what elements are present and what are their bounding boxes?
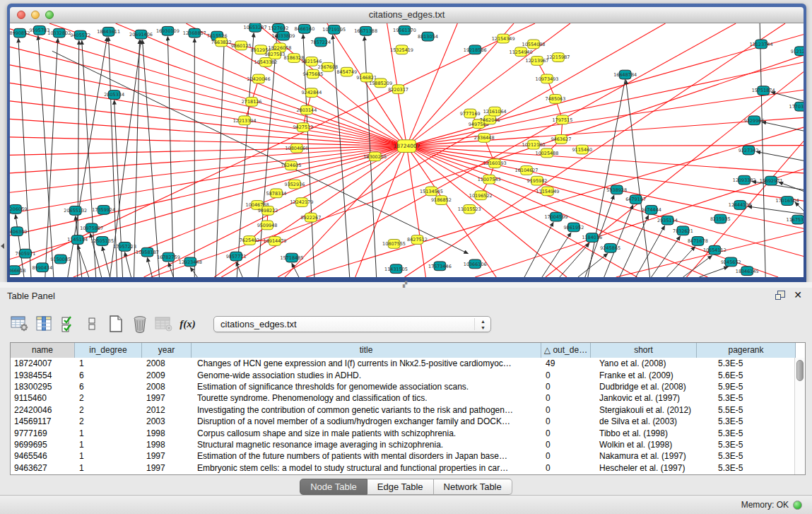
- table-cell[interactable]: Changes of HCN gene expression and I(f) …: [192, 358, 541, 368]
- table-row[interactable]: 911546021997Tourette syndrome. Phenomeno…: [11, 392, 794, 404]
- table-cell[interactable]: 0: [541, 370, 591, 380]
- network-node[interactable]: 11007543: [478, 175, 501, 184]
- network-node[interactable]: 7857224: [310, 37, 331, 47]
- table-cell[interactable]: 6: [75, 382, 142, 392]
- network-node[interactable]: 1145194: [67, 235, 88, 245]
- table-cell[interactable]: 2: [75, 416, 142, 426]
- column-header-pagerank[interactable]: pagerank: [697, 343, 796, 358]
- table-cell[interactable]: 2009: [142, 370, 192, 380]
- table-cell[interactable]: 1997: [142, 393, 192, 403]
- table-cell[interactable]: 1: [75, 440, 142, 450]
- table-cell[interactable]: de Silva et al. (2003): [591, 416, 697, 426]
- table-cell[interactable]: 5.3E-5: [697, 416, 794, 426]
- table-cell[interactable]: Estimation of significance thresholds fo…: [192, 382, 541, 392]
- column-header-out_de[interactable]: △ out_de…: [541, 343, 591, 358]
- network-node[interactable]: 15325419: [390, 45, 413, 54]
- network-node[interactable]: 9860125: [231, 41, 252, 50]
- network-node[interactable]: 16782759: [157, 252, 180, 262]
- table-cell[interactable]: 19384554: [11, 370, 75, 380]
- tab-node-table[interactable]: Node Table: [300, 479, 367, 495]
- column-header-name[interactable]: name: [11, 343, 75, 358]
- table-cell[interactable]: 2: [75, 393, 142, 403]
- network-node[interactable]: 11431505: [384, 264, 408, 274]
- table-cell[interactable]: 1: [75, 358, 142, 368]
- table-cell[interactable]: 5.5E-5: [697, 405, 794, 415]
- network-node[interactable]: 7624605: [281, 161, 302, 170]
- network-node[interactable]: 19561370: [393, 25, 416, 35]
- delete-table-icon[interactable]: [130, 315, 149, 334]
- table-cell[interactable]: 49: [541, 358, 591, 368]
- network-canvas[interactable]: 8990852959578310332802940557218843611206…: [10, 23, 804, 277]
- network-node[interactable]: 12160193: [483, 159, 507, 168]
- table-cell[interactable]: Genome-wide association studies in ADHD.: [192, 370, 541, 380]
- table-settings-icon[interactable]: [10, 315, 29, 334]
- network-node[interactable]: 12368857: [183, 28, 206, 37]
- table-cell[interactable]: 9777169: [11, 428, 75, 438]
- table-cell[interactable]: 2008: [142, 382, 192, 392]
- network-node[interactable]: 9242844: [301, 88, 322, 98]
- table-cell[interactable]: Hescheler et al. (1997): [591, 463, 697, 473]
- table-row[interactable]: 977716911998Corpus callosum shape and si…: [11, 427, 794, 438]
- table-cell[interactable]: Investigating the contribution of common…: [192, 405, 541, 415]
- network-node[interactable]: 12161064: [483, 107, 507, 116]
- vertical-scrollbar[interactable]: [794, 358, 805, 474]
- table-cell[interactable]: 9465546: [11, 451, 75, 461]
- table-cell[interactable]: 9463627: [11, 463, 75, 473]
- table-cell[interactable]: 1997: [142, 463, 192, 473]
- network-node[interactable]: 9115460: [572, 145, 592, 154]
- table-cell[interactable]: 1: [75, 463, 142, 473]
- table-cell[interactable]: 6: [75, 370, 142, 380]
- column-header-title[interactable]: title: [192, 343, 541, 358]
- network-node[interactable]: 9861952: [563, 223, 584, 232]
- table-cell[interactable]: 2012: [142, 405, 192, 415]
- network-node[interactable]: 9463627: [551, 134, 572, 144]
- table-cell[interactable]: 1: [75, 451, 142, 461]
- network-node[interactable]: 9121299: [791, 47, 804, 56]
- network-node[interactable]: 6479197: [625, 195, 646, 204]
- network-node[interactable]: 2805334: [104, 90, 124, 100]
- table-cell[interactable]: 5.3E-5: [697, 393, 794, 403]
- network-node[interactable]: 8813054: [418, 32, 438, 41]
- network-node[interactable]: 8466160: [295, 24, 315, 33]
- network-node[interactable]: 9406309: [10, 227, 27, 236]
- network-node[interactable]: 9857771: [226, 252, 247, 261]
- column-header-short[interactable]: short: [591, 343, 697, 358]
- panel-collapse-arrow[interactable]: [1, 243, 4, 249]
- import-table-icon[interactable]: [154, 315, 173, 334]
- float-panel-icon[interactable]: [775, 291, 785, 300]
- table-row[interactable]: 2242004622012Investigating the contribut…: [11, 404, 794, 416]
- table-cell[interactable]: 0: [541, 416, 591, 426]
- table-cell[interactable]: 1: [75, 428, 142, 438]
- column-visibility-icon[interactable]: [34, 315, 53, 334]
- table-cell[interactable]: 0: [541, 451, 591, 461]
- table-cell[interactable]: Dudbridge et al. (2008): [591, 382, 697, 392]
- table-cell[interactable]: 18724007: [11, 358, 75, 368]
- network-node[interactable]: 7832621: [673, 226, 693, 235]
- network-node[interactable]: 17573446: [428, 262, 452, 271]
- network-node[interactable]: 10973493: [536, 74, 559, 83]
- column-header-year[interactable]: year: [142, 343, 192, 358]
- new-table-icon[interactable]: [106, 315, 125, 334]
- table-cell[interactable]: 2: [75, 405, 142, 415]
- row-height-icon[interactable]: [82, 315, 101, 334]
- scrollbar-thumb[interactable]: [796, 360, 804, 381]
- network-node[interactable]: 2718126: [242, 97, 262, 106]
- table-selector-dropdown[interactable]: citations_edges.txt ▲▼: [213, 316, 491, 332]
- network-node[interactable]: 18300295: [363, 152, 387, 161]
- network-node[interactable]: 16930109: [156, 26, 180, 35]
- network-node[interactable]: 16543382: [254, 58, 278, 67]
- network-node[interactable]: 8220317: [388, 85, 408, 94]
- table-cell[interactable]: Tibbo et al. (1998): [591, 428, 697, 438]
- table-cell[interactable]: 5.3E-5: [697, 440, 794, 450]
- network-node[interactable]: 12215987: [546, 53, 570, 62]
- table-cell[interactable]: 5.3E-5: [697, 451, 794, 461]
- window-title-bar[interactable]: citations_edges.txt: [10, 7, 804, 23]
- network-node[interactable]: 16914479: [264, 237, 287, 246]
- network-node[interactable]: 10719195: [322, 25, 346, 34]
- network-node[interactable]: 9498222: [258, 206, 278, 215]
- table-cell[interactable]: 22420046: [11, 405, 75, 415]
- network-node[interactable]: 16648784: [613, 70, 637, 79]
- table-row[interactable]: 1456911722003Disruption of a novel membe…: [11, 416, 794, 427]
- table-cell[interactable]: 5.3E-5: [697, 463, 794, 473]
- network-node[interactable]: 8990852: [10, 28, 30, 37]
